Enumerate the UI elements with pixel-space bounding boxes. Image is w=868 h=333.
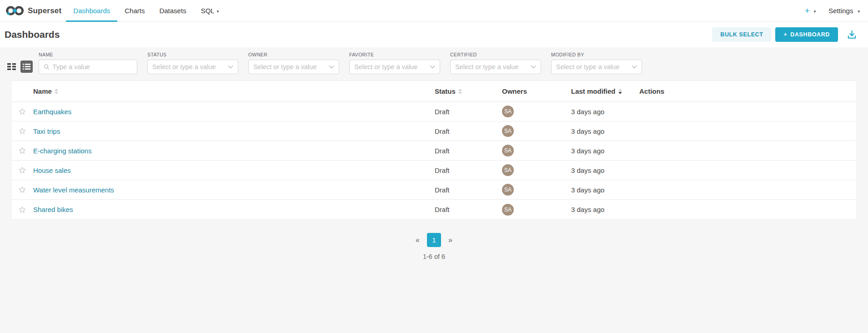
sort-icon (458, 89, 462, 94)
table-row: Earthquakes Draft SA 3 days ago (11, 102, 857, 121)
dashboard-link[interactable]: E-charging stations (33, 147, 91, 155)
pagination-next-button[interactable]: » (446, 236, 455, 244)
card-view-icon (7, 62, 16, 71)
owner-avatar[interactable]: SA (502, 145, 514, 156)
last-modified-cell: 3 days ago (571, 186, 639, 194)
status-filter-select[interactable]: Select or type a value (147, 60, 238, 74)
status-cell: Draft (435, 166, 502, 174)
status-cell: Draft (435, 186, 502, 194)
status-cell: Draft (435, 206, 502, 213)
column-header-status[interactable]: Status (435, 87, 502, 95)
filter-owner: OWNER Select or type a value (248, 52, 339, 74)
chevron-down-icon: ▾ (814, 9, 816, 14)
dashboard-link[interactable]: Water level measurements (33, 186, 114, 194)
brand-name: Superset (28, 6, 61, 15)
pagination: « 1 » (0, 233, 868, 247)
pagination-summary: 1-6 of 6 (0, 253, 868, 260)
column-header-actions: Actions (639, 87, 857, 95)
filter-certified: CERTIFIED Select or type a value (450, 52, 541, 74)
nav-menu: Dashboards Charts Datasets SQL ▾ (66, 0, 226, 22)
table-row: Water level measurements Draft SA 3 days… (11, 180, 857, 200)
navbar: Superset Dashboards Charts Datasets SQL … (0, 0, 868, 22)
nav-item-charts[interactable]: Charts (117, 0, 152, 22)
superset-logo[interactable]: Superset (5, 5, 61, 17)
column-header-owners: Owners (502, 87, 571, 95)
header-actions: BULK SELECT + DASHBOARD (712, 27, 857, 42)
modified-by-filter-select[interactable]: Select or type a value (551, 60, 642, 74)
plus-icon: + (783, 31, 787, 38)
last-modified-cell: 3 days ago (571, 147, 639, 155)
dashboard-link[interactable]: Shared bikes (33, 206, 73, 213)
favorite-star-button[interactable] (11, 166, 33, 174)
star-icon (18, 146, 26, 155)
new-item-menu-button[interactable]: + ▾ (805, 6, 816, 15)
status-cell: Draft (435, 127, 502, 135)
favorite-filter-select[interactable]: Select or type a value (349, 60, 440, 74)
page-header: Dashboards BULK SELECT + DASHBOARD (0, 22, 868, 47)
table-row: Shared bikes Draft SA 3 days ago (11, 200, 857, 219)
page-title: Dashboards (5, 29, 60, 40)
name-filter-box (39, 60, 137, 74)
filter-favorite: FAVORITE Select or type a value (349, 52, 440, 74)
list-view-icon (23, 63, 30, 70)
owner-avatar[interactable]: SA (502, 106, 514, 117)
chevron-down-icon (531, 65, 536, 69)
nav-item-sql[interactable]: SQL ▾ (194, 0, 226, 22)
filter-modified-by: MODIFIED BY Select or type a value (551, 52, 642, 74)
superset-infinity-icon (5, 5, 25, 17)
new-dashboard-button[interactable]: + DASHBOARD (775, 27, 838, 42)
favorite-star-button[interactable] (11, 127, 33, 135)
filter-status: STATUS Select or type a value (147, 52, 238, 74)
sort-icon (55, 89, 58, 94)
table-row: Taxi trips Draft SA 3 days ago (11, 121, 857, 141)
card-view-toggle[interactable] (5, 61, 18, 73)
name-filter-input[interactable] (53, 63, 132, 71)
settings-menu-button[interactable]: Settings ▾ (828, 7, 860, 15)
owner-filter-select[interactable]: Select or type a value (248, 60, 339, 74)
favorite-star-button[interactable] (11, 186, 33, 194)
navbar-right: + ▾ Settings ▾ (805, 6, 860, 15)
favorite-star-button[interactable] (11, 107, 33, 116)
star-icon (18, 166, 26, 174)
column-header-last-modified[interactable]: Last modified (571, 87, 639, 95)
dashboard-link[interactable]: House sales (33, 166, 71, 174)
table-row: House sales Draft SA 3 days ago (11, 161, 857, 180)
chevron-down-icon (430, 65, 435, 69)
filter-bar: NAME STATUS Select or type a value OWNER (0, 52, 868, 74)
chevron-down-icon (228, 65, 233, 69)
bulk-select-button[interactable]: BULK SELECT (712, 27, 771, 42)
table-header-row: Name Status Owners Last modified Actions (11, 81, 857, 102)
favorite-star-button[interactable] (11, 206, 33, 214)
sort-desc-icon (618, 89, 622, 94)
certified-filter-select[interactable]: Select or type a value (450, 60, 541, 74)
star-icon (18, 206, 26, 214)
chevron-down-icon: ▾ (858, 9, 860, 14)
favorite-star-button[interactable] (11, 146, 33, 155)
filter-name: NAME (39, 52, 137, 74)
owner-avatar[interactable]: SA (502, 125, 514, 137)
last-modified-cell: 3 days ago (571, 127, 639, 135)
owner-avatar[interactable]: SA (502, 184, 514, 196)
search-icon (44, 64, 50, 70)
chevron-down-icon (329, 65, 334, 69)
star-icon (18, 127, 26, 135)
nav-item-dashboards[interactable]: Dashboards (66, 0, 117, 22)
owner-avatar[interactable]: SA (502, 164, 514, 176)
table-row: E-charging stations Draft SA 3 days ago (11, 141, 857, 161)
dashboards-table: Name Status Owners Last modified Actions (11, 81, 857, 220)
list-view-toggle[interactable] (20, 61, 33, 73)
last-modified-cell: 3 days ago (571, 166, 639, 174)
import-dashboards-button[interactable] (847, 30, 857, 40)
status-cell: Draft (435, 108, 502, 116)
last-modified-cell: 3 days ago (571, 206, 639, 213)
column-header-name[interactable]: Name (33, 87, 435, 95)
dashboard-link[interactable]: Taxi trips (33, 127, 60, 135)
pagination-page-1[interactable]: 1 (427, 233, 441, 247)
pagination-prev-button[interactable]: « (413, 236, 422, 244)
last-modified-cell: 3 days ago (571, 108, 639, 116)
dashboard-link[interactable]: Earthquakes (33, 108, 71, 116)
nav-item-datasets[interactable]: Datasets (152, 0, 193, 22)
chevron-down-icon (632, 65, 637, 69)
chevron-down-icon: ▾ (217, 9, 219, 14)
owner-avatar[interactable]: SA (502, 204, 514, 216)
